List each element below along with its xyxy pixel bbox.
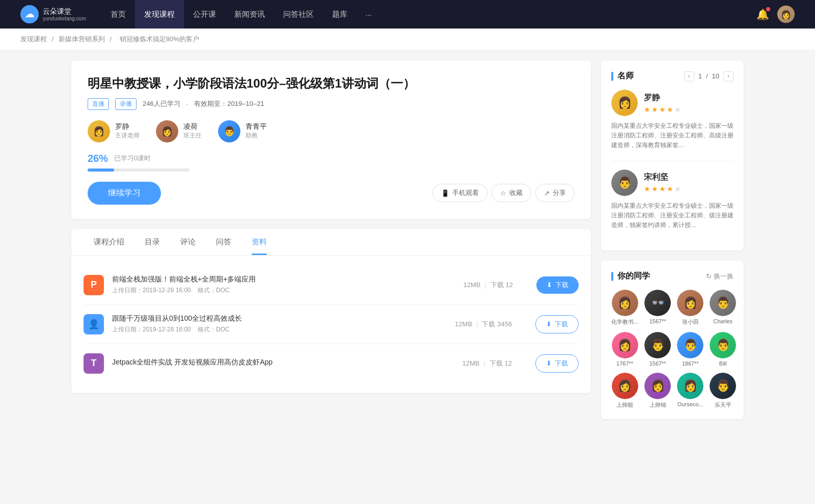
avatar-image: 👩 bbox=[777, 6, 795, 23]
nav-right: 🔔 👩 bbox=[756, 6, 795, 23]
teachers-sidebar-card: 名师 ‹ 1 / 10 › 👩 罗静 bbox=[601, 61, 744, 250]
resource-divider-0: | bbox=[485, 281, 486, 289]
download-button-1[interactable]: ⬇ 下载 bbox=[535, 315, 579, 333]
share-button[interactable]: ↗ 分享 bbox=[535, 184, 575, 202]
collect-button[interactable]: ☆ 收藏 bbox=[492, 184, 531, 202]
student-item-10[interactable]: 👩 Ourseco... bbox=[677, 373, 703, 409]
content-left: 明星中教授课，小学阶段语法100分–强化级第1讲动词（一） 直播 录播 246人… bbox=[71, 61, 591, 429]
tab-resources[interactable]: 资料 bbox=[241, 229, 277, 255]
teacher-avatar-1: 👩 bbox=[156, 120, 178, 143]
resource-info-0: 前端全栈加强版！前端全栈+全周期+多端应用 上传日期：2019-12-28 16… bbox=[112, 275, 440, 295]
sidebar-teacher-name-0: 罗静 bbox=[644, 93, 681, 103]
title-bar-decoration bbox=[611, 72, 613, 81]
nav-item-open[interactable]: 公开课 bbox=[184, 0, 225, 29]
collect-label: 收藏 bbox=[509, 188, 523, 198]
tab-intro[interactable]: 课程介绍 bbox=[84, 229, 134, 255]
progress-percent: 26% bbox=[88, 153, 108, 164]
teacher-role-2: 助教 bbox=[246, 131, 267, 140]
share-icon: ↗ bbox=[544, 189, 550, 197]
student-avatar-6: 👨 bbox=[677, 332, 703, 358]
next-teacher-button[interactable]: › bbox=[723, 71, 734, 81]
student-name-7: Bill bbox=[719, 360, 727, 367]
user-avatar[interactable]: 👩 bbox=[777, 6, 795, 23]
student-item-0[interactable]: 👩 化学教书... bbox=[611, 290, 638, 326]
student-item-6[interactable]: 👨 1867** bbox=[677, 332, 703, 367]
breadcrumb-link-discover[interactable]: 发现课程 bbox=[20, 35, 47, 43]
student-item-4[interactable]: 👩 1767** bbox=[611, 332, 638, 367]
nav-item-news[interactable]: 新闻资讯 bbox=[225, 0, 274, 29]
nav-item-home[interactable]: 首页 bbox=[101, 0, 135, 29]
resource-info-1: 跟随千万级项目从0到100全过程高效成长 上传日期：2019-12-28 16:… bbox=[112, 314, 431, 334]
nav-item-more[interactable]: ··· bbox=[357, 0, 382, 29]
sidebar-teacher-info-0: 罗静 ★ ★ ★ ★ ★ bbox=[644, 93, 681, 114]
sidebar-teacher-stars-1: ★ ★ ★ ★ ★ bbox=[644, 185, 681, 193]
notification-bell[interactable]: 🔔 bbox=[756, 8, 769, 20]
student-name-8: 上帅能 bbox=[616, 401, 633, 409]
sidebar-teacher-avatar-0: 👩 bbox=[611, 90, 638, 116]
nav-item-discover[interactable]: 发现课程 bbox=[135, 0, 184, 29]
classmates-sidebar-card: 你的同学 ↻ 换一换 👩 化学教书... 👓 bbox=[601, 261, 744, 419]
sidebar-teacher-top-1: 👨 宋利坚 ★ ★ ★ ★ ★ bbox=[611, 170, 734, 196]
teacher-role-0: 主讲老师 bbox=[115, 131, 140, 140]
student-item-1[interactable]: 👓 1567** bbox=[644, 290, 671, 326]
teacher-info-2: 青青平 助教 bbox=[246, 122, 267, 140]
mobile-view-button[interactable]: 📱 手机观看 bbox=[432, 184, 487, 202]
prev-teacher-button[interactable]: ‹ bbox=[684, 71, 694, 81]
student-avatar-1: 👓 bbox=[644, 290, 671, 316]
classmates-title-text: 你的同学 bbox=[617, 271, 650, 282]
resource-icon-0: P bbox=[84, 275, 104, 295]
resource-info-2: Jetpack全组件实战 开发短视频应用高仿皮皮虾App bbox=[112, 358, 439, 369]
sidebar-teacher-stars-0: ★ ★ ★ ★ ★ bbox=[644, 105, 681, 114]
resource-size-1: 12MB bbox=[455, 320, 472, 328]
notification-dot bbox=[766, 7, 770, 11]
download-button-0[interactable]: ⬇ 下载 bbox=[536, 276, 579, 294]
nav-logo[interactable]: ☁ 云朵课堂 yunduoketang.com bbox=[20, 5, 86, 23]
resource-icon-1: 👤 bbox=[84, 314, 104, 334]
student-item-3[interactable]: 👨 Charles bbox=[710, 290, 736, 326]
download-label-1: 下载 bbox=[555, 320, 568, 329]
tab-qa[interactable]: 问答 bbox=[206, 229, 241, 255]
student-item-9[interactable]: 👩 上帅锦 bbox=[644, 373, 671, 409]
resource-title-0: 前端全栈加强版！前端全栈+全周期+多端应用 bbox=[112, 275, 440, 284]
course-card: 明星中教授课，小学阶段语法100分–强化级第1讲动词（一） 直播 录播 246人… bbox=[71, 61, 591, 219]
student-item-5[interactable]: 👨 1567** bbox=[644, 332, 671, 367]
resource-size-2: 12MB bbox=[463, 359, 480, 367]
progress-label: 已学习0课时 bbox=[114, 154, 151, 163]
refresh-classmates-button[interactable]: ↻ 换一换 bbox=[706, 272, 734, 281]
nav-item-quiz[interactable]: 题库 bbox=[323, 0, 357, 29]
refresh-icon: ↻ bbox=[706, 272, 712, 280]
resource-stats-0: 12MB | 下载 12 bbox=[464, 281, 513, 290]
download-label-2: 下载 bbox=[555, 359, 568, 368]
student-avatar-5: 👨 bbox=[644, 332, 671, 358]
resource-divider-1: | bbox=[476, 320, 478, 328]
teacher-avatar-0: 👩 bbox=[88, 120, 110, 143]
student-name-11: 乐天平 bbox=[715, 401, 731, 409]
classmates-sidebar-title: 你的同学 bbox=[611, 271, 650, 282]
student-name-1: 1567** bbox=[649, 318, 666, 324]
download-label-0: 下载 bbox=[555, 281, 568, 290]
student-item-11[interactable]: 👨 乐天平 bbox=[710, 373, 736, 409]
nav-item-qa[interactable]: 问答社区 bbox=[274, 0, 323, 29]
teacher-name-2: 青青平 bbox=[246, 122, 267, 131]
student-name-0: 化学教书... bbox=[611, 318, 638, 326]
course-learners: 246人已学习 bbox=[143, 99, 180, 108]
student-item-2[interactable]: 👩 张小田 bbox=[677, 290, 703, 326]
continue-button[interactable]: 继续学习 bbox=[88, 182, 161, 205]
student-item-7[interactable]: 👨 Bill bbox=[710, 332, 736, 367]
sidebar-teacher-avatar-1: 👨 bbox=[611, 170, 638, 196]
tabs-section: 课程介绍 目录 评论 问答 资料 P 前端全栈加强版！前端全栈+全周期+多端应用… bbox=[71, 229, 591, 393]
logo-title: 云朵课堂 bbox=[43, 7, 86, 16]
nav-bar: ☁ 云朵课堂 yunduoketang.com 首页 发现课程 公开课 新闻资讯… bbox=[0, 0, 815, 29]
download-button-2[interactable]: ⬇ 下载 bbox=[535, 354, 579, 373]
breadcrumb-link-series[interactable]: 新媒体营销系列 bbox=[59, 35, 105, 43]
teacher-item-2: 👨 青青平 助教 bbox=[218, 120, 267, 143]
teacher-info-1: 凌荷 班主任 bbox=[183, 122, 202, 140]
tab-comments[interactable]: 评论 bbox=[170, 229, 206, 255]
tab-catalog[interactable]: 目录 bbox=[134, 229, 170, 255]
student-item-8[interactable]: 👩 上帅能 bbox=[611, 373, 638, 409]
sidebar-teacher-desc-1: 国内某重点大学安全工程专业硕士，国家一级注册消防工程师、注册安全工程师、级注册建… bbox=[611, 201, 734, 231]
progress-bar-bg bbox=[88, 169, 189, 172]
teachers-pagination: ‹ 1 / 10 › bbox=[684, 71, 734, 81]
breadcrumb-sep2: / bbox=[110, 35, 113, 43]
student-avatar-4: 👩 bbox=[612, 332, 638, 358]
